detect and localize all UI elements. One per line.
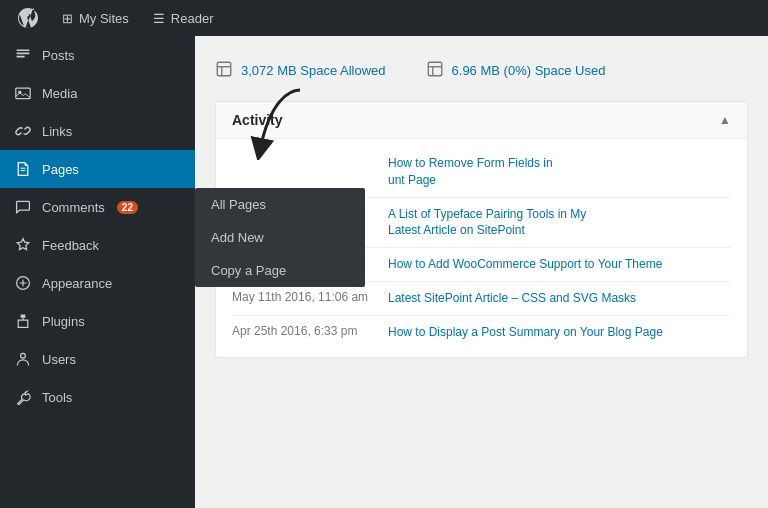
activity-link[interactable]: How to Display a Post Summary on Your Bl… — [388, 324, 663, 341]
space-icon — [215, 60, 233, 81]
svg-rect-5 — [21, 315, 26, 318]
tools-icon — [14, 388, 32, 406]
submenu-all-pages[interactable]: All Pages — [195, 188, 365, 221]
plugins-icon — [14, 312, 32, 330]
sidebar-item-feedback[interactable]: Feedback — [0, 226, 195, 264]
space-used-icon — [426, 60, 444, 81]
activity-link[interactable]: How to Add WooCommerce Support to Your T… — [388, 256, 662, 273]
activity-link[interactable]: Latest SitePoint Article – CSS and SVG M… — [388, 290, 636, 307]
svg-rect-7 — [217, 62, 231, 76]
sidebar-item-pages[interactable]: Pages — [0, 150, 195, 188]
sidebar-item-links[interactable]: Links — [0, 112, 195, 150]
posts-icon — [14, 46, 32, 64]
activity-item: May 11th 2016, 11:06 am Latest SitePoint… — [232, 282, 731, 316]
links-icon — [14, 122, 32, 140]
activity-date: Apr 25th 2016, 6:33 pm — [232, 324, 372, 341]
space-used-text: 6.96 MB (0%) Space Used — [452, 63, 606, 78]
sidebar-item-media[interactable]: Media — [0, 74, 195, 112]
space-allowed-stat: 3,072 MB Space Allowed — [215, 60, 386, 81]
my-sites-item[interactable]: ⊞ My Sites — [52, 0, 139, 36]
my-sites-label: My Sites — [79, 11, 129, 26]
svg-rect-0 — [16, 88, 30, 98]
submenu-add-new[interactable]: Add New — [195, 221, 365, 254]
appearance-icon — [14, 274, 32, 292]
sidebar-item-appearance[interactable]: Appearance — [0, 264, 195, 302]
activity-link[interactable]: How to Remove Form Fields inunt Page — [388, 155, 553, 189]
svg-rect-8 — [428, 62, 442, 76]
feedback-icon — [14, 236, 32, 254]
reader-label: Reader — [171, 11, 214, 26]
sidebar-item-users[interactable]: Users — [0, 340, 195, 378]
sidebar: Posts Media Links Pages — [0, 36, 195, 508]
stats-bar: 3,072 MB Space Allowed 6.96 MB (0%) Spac… — [215, 56, 748, 81]
space-used-stat: 6.96 MB (0%) Space Used — [426, 60, 606, 81]
wp-logo-item[interactable] — [8, 0, 48, 36]
activity-title: Activity — [232, 112, 283, 128]
activity-date: May 11th 2016, 11:06 am — [232, 290, 372, 307]
sidebar-item-plugins[interactable]: Plugins — [0, 302, 195, 340]
main-layout: Posts Media Links Pages — [0, 36, 768, 508]
activity-item: Apr 25th 2016, 6:33 pm How to Display a … — [232, 316, 731, 349]
sidebar-item-tools[interactable]: Tools — [0, 378, 195, 416]
submenu-copy-page[interactable]: Copy a Page — [195, 254, 365, 287]
comments-icon — [14, 198, 32, 216]
activity-header: Activity ▲ — [216, 102, 747, 139]
reader-item[interactable]: ☰ Reader — [143, 0, 224, 36]
sites-icon: ⊞ — [62, 11, 73, 26]
space-allowed-text: 3,072 MB Space Allowed — [241, 63, 386, 78]
pages-icon — [14, 160, 32, 178]
media-icon — [14, 84, 32, 102]
activity-link[interactable]: A List of Typeface Pairing Tools in MyLa… — [388, 206, 586, 240]
activity-date — [232, 155, 372, 189]
admin-bar: ⊞ My Sites ☰ Reader — [0, 0, 768, 36]
pages-submenu: All Pages Add New Copy a Page — [195, 188, 365, 287]
users-icon — [14, 350, 32, 368]
comments-badge: 22 — [117, 201, 138, 214]
collapse-icon[interactable]: ▲ — [719, 113, 731, 127]
sidebar-item-comments[interactable]: Comments 22 — [0, 188, 195, 226]
reader-icon: ☰ — [153, 11, 165, 26]
sidebar-item-posts[interactable]: Posts — [0, 36, 195, 74]
svg-point-6 — [21, 353, 26, 358]
